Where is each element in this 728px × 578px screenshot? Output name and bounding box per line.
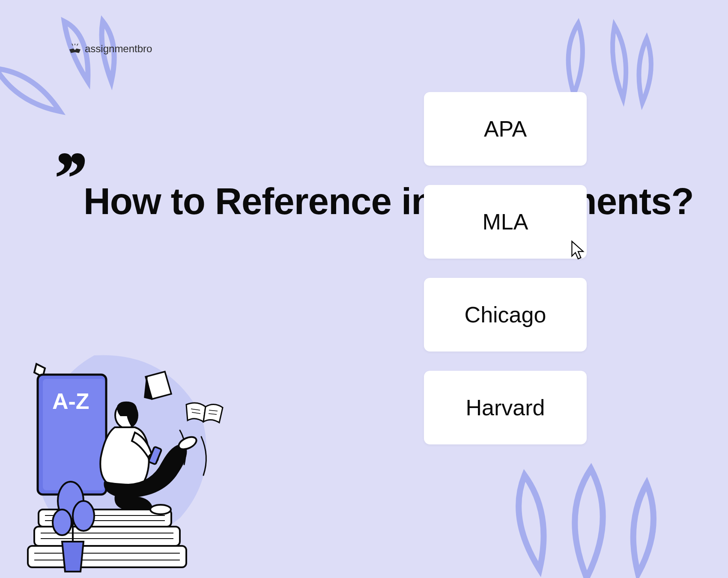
- option-card-apa[interactable]: APA: [424, 92, 587, 166]
- cursor-icon: [570, 240, 587, 261]
- option-label: Chicago: [465, 302, 546, 328]
- reference-options-list: APA MLA Chicago Harvard: [424, 92, 587, 444]
- svg-point-16: [53, 509, 72, 535]
- option-label: MLA: [483, 209, 528, 235]
- brand-name: assignmentbro: [85, 43, 152, 55]
- book-label: A-Z: [52, 389, 90, 414]
- reading-illustration: A-Z: [21, 338, 231, 578]
- option-label: APA: [484, 116, 527, 142]
- book-stack: [28, 509, 186, 567]
- dictionary-book: A-Z: [34, 364, 106, 495]
- svg-line-2: [77, 44, 78, 45]
- quote-icon: ,,: [56, 120, 81, 158]
- option-card-mla[interactable]: MLA: [424, 185, 587, 259]
- decorative-leaves-bottom-right: [505, 450, 677, 578]
- svg-line-0: [72, 44, 73, 45]
- handshake-icon: [69, 44, 81, 54]
- svg-rect-8: [28, 546, 186, 567]
- option-card-chicago[interactable]: Chicago: [424, 278, 587, 352]
- page-title: How to Reference in Assignments?: [84, 180, 694, 223]
- svg-point-15: [73, 501, 94, 531]
- option-card-harvard[interactable]: Harvard: [424, 371, 587, 444]
- svg-point-26: [150, 505, 171, 514]
- brand-logo: assignmentbro: [69, 43, 152, 55]
- option-label: Harvard: [466, 395, 545, 420]
